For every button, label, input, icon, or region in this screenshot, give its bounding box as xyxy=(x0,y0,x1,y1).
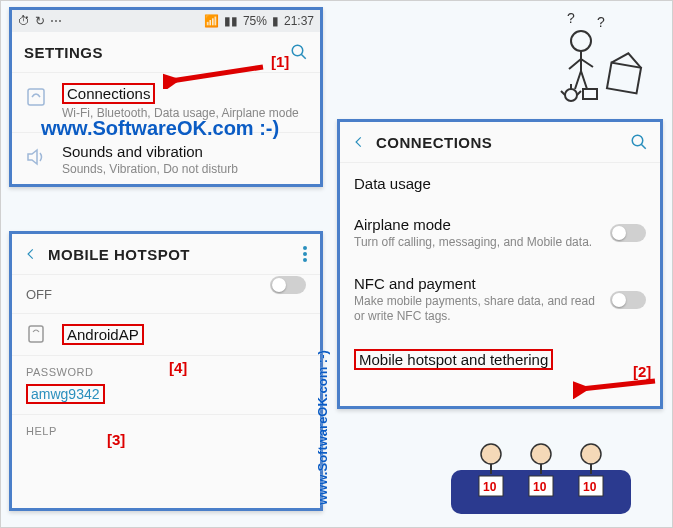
hotspot-ssid: AndroidAP xyxy=(62,324,144,345)
svg-point-18 xyxy=(481,444,501,464)
connections-subtitle: Wi-Fi, Bluetooth, Data usage, Airplane m… xyxy=(62,106,306,122)
nfc-toggle[interactable] xyxy=(610,291,646,309)
nfc-title: NFC and payment xyxy=(354,275,646,292)
svg-point-3 xyxy=(632,135,643,146)
sync-icon: ↻ xyxy=(35,14,45,28)
connections-item-hotspot-tethering[interactable]: Mobile hotspot and tethering xyxy=(340,337,660,374)
settings-screen: ⏱ ↻ ⋯ 📶 ▮▮ 75% ▮ 21:37 SETTINGS Connecti… xyxy=(9,7,323,187)
svg-point-6 xyxy=(303,252,307,256)
svg-rect-24 xyxy=(479,476,503,496)
hotspot-screen: MOBILE HOTSPOT OFF AndroidAP PASSWORD am… xyxy=(9,231,323,511)
svg-rect-14 xyxy=(607,63,641,94)
svg-rect-16 xyxy=(583,89,597,99)
connections-icon xyxy=(24,85,48,109)
nfc-subtitle: Make mobile payments, share data, and re… xyxy=(354,294,646,325)
svg-point-5 xyxy=(303,246,307,250)
svg-rect-26 xyxy=(579,476,603,496)
judges-doodle: 10 10 10 xyxy=(421,426,661,522)
svg-text:10: 10 xyxy=(533,480,547,494)
help-label: HELP xyxy=(12,414,320,441)
airplane-subtitle: Turn off calling, messaging, and Mobile … xyxy=(354,235,646,251)
sounds-title: Sounds and vibration xyxy=(62,143,306,160)
settings-title: SETTINGS xyxy=(24,44,103,61)
settings-item-sounds[interactable]: Sounds and vibration Sounds, Vibration, … xyxy=(12,132,320,188)
connections-title: CONNECTIONS xyxy=(376,134,492,151)
hotspot-ssid-row[interactable]: AndroidAP xyxy=(12,313,320,355)
svg-text:?: ? xyxy=(567,10,575,26)
connections-item-data-usage[interactable]: Data usage xyxy=(340,162,660,204)
hotspot-title: MOBILE HOTSPOT xyxy=(48,246,190,263)
back-icon[interactable] xyxy=(352,135,366,149)
sound-icon xyxy=(24,145,48,169)
svg-rect-17 xyxy=(451,470,631,514)
search-icon[interactable] xyxy=(290,43,308,61)
settings-header: SETTINGS xyxy=(12,32,320,72)
svg-rect-8 xyxy=(29,326,43,342)
data-usage-title: Data usage xyxy=(354,175,646,192)
status-bar: ⏱ ↻ ⋯ 📶 ▮▮ 75% ▮ 21:37 xyxy=(12,10,320,32)
wifi-icon: 📶 xyxy=(204,14,219,28)
svg-line-1 xyxy=(301,54,306,59)
hotspot-state-row[interactable]: OFF xyxy=(12,274,320,313)
airplane-toggle[interactable] xyxy=(610,224,646,242)
airplane-title: Airplane mode xyxy=(354,216,646,233)
back-icon[interactable] xyxy=(24,247,38,261)
hotspot-header: MOBILE HOTSPOT xyxy=(12,234,320,274)
more-status-icon: ⋯ xyxy=(50,14,62,28)
password-row[interactable]: amwg9342 xyxy=(12,382,320,414)
svg-text:10: 10 xyxy=(583,480,597,494)
connections-header: CONNECTIONS xyxy=(340,122,660,162)
connections-item-airplane[interactable]: Airplane mode Turn off calling, messagin… xyxy=(340,204,660,263)
svg-point-0 xyxy=(292,45,303,56)
connections-item-nfc[interactable]: NFC and payment Make mobile payments, sh… xyxy=(340,263,660,337)
password-label: PASSWORD xyxy=(12,355,320,382)
connections-title: Connections xyxy=(62,83,155,104)
confused-person-doodle: ? ? xyxy=(531,9,651,109)
hotspot-tethering-title: Mobile hotspot and tethering xyxy=(354,349,553,370)
hotspot-state-label: OFF xyxy=(26,287,52,302)
connections-screen: CONNECTIONS Data usage Airplane mode Tur… xyxy=(337,119,663,409)
alarm-icon: ⏱ xyxy=(18,14,30,28)
svg-point-7 xyxy=(303,258,307,262)
settings-item-connections[interactable]: Connections Wi-Fi, Bluetooth, Data usage… xyxy=(12,72,320,132)
svg-rect-25 xyxy=(529,476,553,496)
svg-rect-2 xyxy=(28,89,44,105)
battery-icon: ▮ xyxy=(272,14,279,28)
signal-icon: ▮▮ xyxy=(224,14,238,28)
hotspot-password: amwg9342 xyxy=(26,384,105,404)
hotspot-device-icon xyxy=(24,322,48,346)
svg-text:?: ? xyxy=(597,14,605,30)
svg-text:10: 10 xyxy=(483,480,497,494)
sounds-subtitle: Sounds, Vibration, Do not disturb xyxy=(62,162,306,178)
search-icon[interactable] xyxy=(630,133,648,151)
svg-point-19 xyxy=(531,444,551,464)
svg-point-15 xyxy=(565,89,577,101)
svg-point-11 xyxy=(571,31,591,51)
clock: 21:37 xyxy=(284,14,314,28)
battery-text: 75% xyxy=(243,14,267,28)
svg-point-20 xyxy=(581,444,601,464)
more-icon[interactable] xyxy=(302,245,308,263)
hotspot-toggle[interactable] xyxy=(270,276,306,294)
svg-line-4 xyxy=(641,144,646,149)
